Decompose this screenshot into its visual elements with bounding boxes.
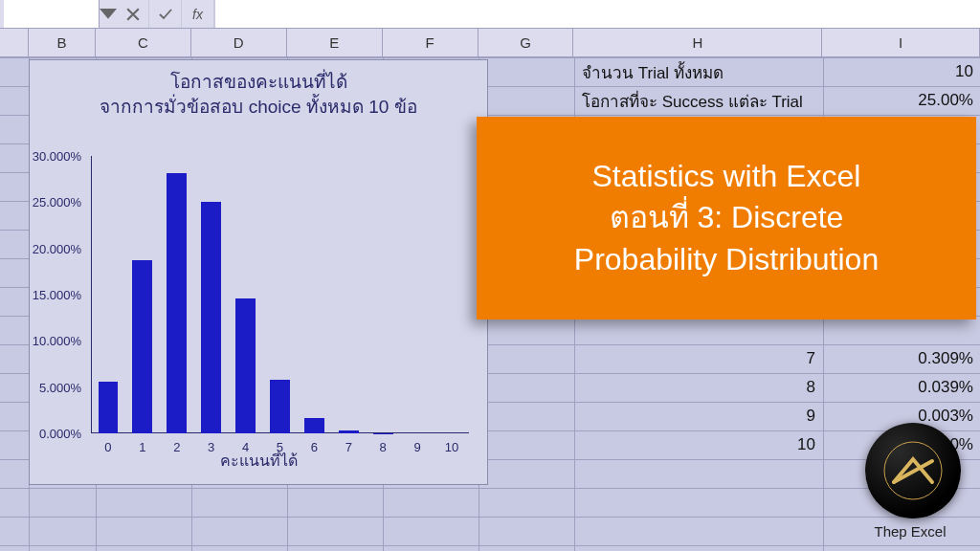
bar-slot-8: 8: [366, 156, 400, 433]
column-header-C[interactable]: C: [96, 29, 191, 56]
y-tick-6: 30.000%: [33, 149, 81, 164]
cell-H2[interactable]: โอกาสที่จะ Success แต่ละ Trial: [574, 86, 823, 115]
y-tick-2: 10.000%: [33, 334, 81, 348]
chart-bars: 012345678910: [91, 156, 469, 433]
bar-7: [339, 430, 359, 433]
chart-y-axis: 0.000%5.000%10.000%15.000%20.000%25.000%…: [33, 156, 87, 433]
watermark-logo: [865, 423, 961, 518]
bar-slot-5: 5: [263, 156, 298, 433]
y-tick-1: 5.000%: [39, 380, 81, 394]
bar-0: [99, 382, 119, 433]
cell-I2[interactable]: 25.00%: [823, 86, 980, 115]
column-header-H[interactable]: H: [573, 29, 822, 56]
insert-function-button[interactable]: fx: [182, 0, 214, 28]
x-icon: [126, 8, 140, 21]
cell-H14[interactable]: 10: [574, 430, 823, 459]
bar-slot-6: 6: [297, 156, 331, 433]
bar-slot-4: 4: [229, 156, 263, 433]
bar-slot-1: 1: [125, 156, 160, 433]
fx-label: fx: [183, 7, 212, 22]
chart-title: โอกาสของคะแนนที่ได้ จากการมั่วข้อสอบ cho…: [30, 60, 487, 119]
chart-object[interactable]: โอกาสของคะแนนที่ได้ จากการมั่วข้อสอบ cho…: [29, 59, 488, 485]
enter-formula-button[interactable]: [149, 0, 182, 28]
bar-slot-10: 10: [434, 156, 469, 433]
bar-slot-9: 9: [400, 156, 434, 433]
name-box[interactable]: [4, 0, 100, 28]
chart-title-line2: จากการมั่วข้อสอบ choice ทั้งหมด 10 ข้อ: [30, 95, 487, 120]
check-icon: [159, 8, 172, 21]
bar-1: [132, 260, 152, 433]
y-tick-3: 15.000%: [33, 288, 81, 302]
cell-H11[interactable]: 7: [574, 344, 823, 373]
cancel-formula-button[interactable]: [117, 0, 149, 28]
bar-4: [235, 298, 256, 433]
bar-slot-3: 3: [194, 156, 229, 433]
watermark-label: Thep Excel: [858, 523, 963, 540]
bar-2: [167, 173, 187, 433]
chart-title-line1: โอกาสของคะแนนที่ได้: [30, 70, 487, 95]
y-tick-0: 0.000%: [39, 427, 81, 441]
cell-I11[interactable]: 0.309%: [823, 344, 980, 373]
column-header-G[interactable]: G: [479, 29, 574, 56]
chart-plot-area: 0.000%5.000%10.000%15.000%20.000%25.000%…: [91, 156, 469, 433]
bar-slot-7: 7: [331, 156, 366, 433]
bar-3: [201, 202, 221, 433]
bar-6: [304, 418, 324, 433]
name-box-dropdown-icon[interactable]: [100, 0, 117, 28]
y-tick-5: 25.000%: [33, 195, 81, 209]
cell-H13[interactable]: 9: [574, 402, 823, 430]
select-all-corner[interactable]: [0, 29, 29, 56]
chart-x-axis-title: คะแนนที่ได้: [30, 449, 487, 473]
formula-bar: fx: [0, 0, 980, 29]
column-header-B[interactable]: B: [29, 29, 96, 56]
cell-H1[interactable]: จำนวน Trial ทั้งหมด: [574, 57, 823, 86]
overlay-line1: Statistics with Excel: [574, 156, 879, 197]
column-header-D[interactable]: D: [191, 29, 287, 56]
title-overlay-card: Statistics with Excel ตอนที่ 3: Discrete…: [477, 117, 976, 320]
bar-slot-2: 2: [160, 156, 194, 433]
overlay-line2: ตอนที่ 3: Discrete: [574, 197, 879, 238]
column-header-F[interactable]: F: [383, 29, 479, 56]
bar-5: [270, 380, 290, 433]
column-header-I[interactable]: I: [822, 29, 980, 56]
column-header-E[interactable]: E: [287, 29, 383, 56]
cell-I12[interactable]: 0.039%: [823, 373, 980, 402]
cell-I1[interactable]: 10: [823, 57, 980, 86]
column-headers: BCDEFGHI: [0, 29, 980, 57]
bar-slot-0: 0: [91, 156, 125, 433]
overlay-line3: Probability Distribution: [574, 239, 879, 280]
y-tick-4: 20.000%: [33, 241, 81, 255]
thep-excel-logo-icon: [882, 440, 944, 501]
formula-input[interactable]: [214, 0, 980, 28]
cell-H12[interactable]: 8: [574, 373, 823, 402]
